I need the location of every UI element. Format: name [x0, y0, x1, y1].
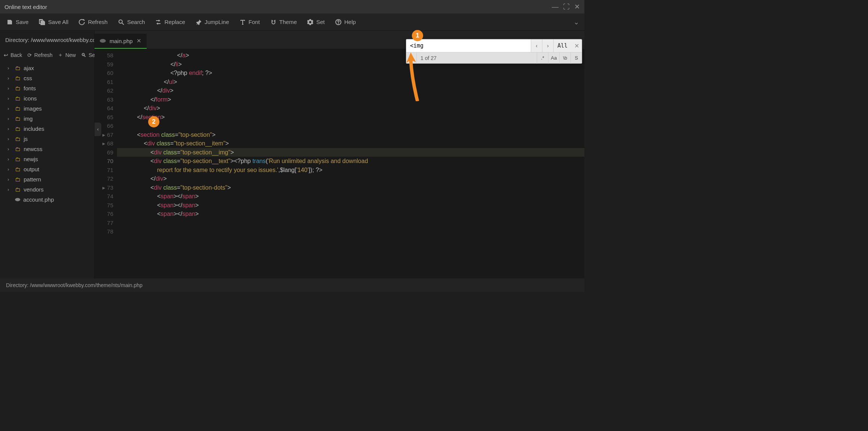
replace-button[interactable]: Replace — [150, 13, 190, 30]
save-button[interactable]: Save — [2, 13, 34, 30]
window-titlebar: Online text editor — ⛶ ✕ — [0, 0, 584, 13]
tree-item[interactable]: ›🗀img — [0, 114, 94, 124]
find-close-icon[interactable]: ✕ — [571, 39, 582, 52]
help-icon — [335, 19, 341, 25]
editor: main.php ✕ ‹ 585960616263646566▸ 67▸ 686… — [95, 31, 584, 278]
font-icon — [240, 19, 246, 25]
tree-item[interactable]: ›🗀newjs — [0, 154, 94, 164]
save-all-button[interactable]: Save All — [34, 13, 74, 30]
folder-icon: 🗀 — [15, 126, 21, 132]
find-option[interactable]: S — [571, 52, 582, 64]
search-icon — [118, 19, 124, 25]
tree-item[interactable]: ›🗀ajax — [0, 63, 94, 73]
folder-icon: 🗀 — [15, 166, 21, 172]
new-button[interactable]: ＋New — [58, 52, 76, 58]
tree-item[interactable]: ›🗀fonts — [0, 83, 94, 93]
folder-icon: 🗀 — [15, 85, 21, 91]
chevron-right-icon: › — [8, 146, 12, 152]
folder-icon: 🗀 — [15, 95, 21, 102]
php-file-icon — [15, 198, 20, 201]
annotation-badge-1: 1 — [412, 30, 423, 41]
chevron-right-icon: › — [8, 106, 12, 111]
svg-point-0 — [119, 20, 122, 23]
folder-icon: 🗀 — [15, 176, 21, 183]
find-prev-button[interactable]: ‹ — [531, 39, 542, 52]
close-icon[interactable]: ✕ — [574, 3, 580, 11]
find-next-button[interactable]: › — [542, 39, 553, 52]
theme-button[interactable]: Theme — [265, 13, 302, 30]
tree-item[interactable]: ›🗀css — [0, 73, 94, 83]
chevron-down-icon[interactable]: ⌄ — [574, 18, 579, 26]
tree-item[interactable]: ›🗀output — [0, 164, 94, 174]
find-option[interactable]: .* — [537, 52, 548, 64]
folder-icon: 🗀 — [15, 156, 21, 162]
folder-icon: 🗀 — [15, 105, 21, 112]
php-icon — [100, 39, 106, 43]
jumpline-button[interactable]: JumpLine — [191, 13, 234, 30]
back-button[interactable]: ↩Back — [4, 52, 22, 58]
folder-icon: 🗀 — [15, 115, 21, 122]
tree-item[interactable]: ›🗀js — [0, 134, 94, 144]
plus-icon: ＋ — [58, 52, 63, 58]
tab-label: main.php — [110, 38, 133, 44]
magnet-icon — [270, 19, 276, 25]
folder-icon: 🗀 — [15, 186, 21, 193]
find-input[interactable] — [406, 39, 531, 52]
tree-item[interactable]: ›🗀includes — [0, 124, 94, 134]
find-count: 1 of 27 — [417, 55, 537, 61]
find-panel: ‹ › All ✕ + 1 of 27 .*Aa\bS — [406, 39, 582, 64]
tab-main-php[interactable]: main.php ✕ — [95, 34, 147, 49]
chevron-right-icon: › — [8, 166, 12, 172]
line-numbers: 585960616263646566▸ 67▸ 6869707172▸ 7374… — [95, 49, 117, 278]
back-icon: ↩ — [4, 52, 8, 58]
set-button[interactable]: Set — [302, 13, 330, 30]
chevron-right-icon: › — [8, 187, 12, 192]
chevron-right-icon: › — [8, 126, 12, 132]
sidebar: Directory: /www/wwwroot/kwebby.com/th...… — [0, 31, 95, 278]
find-option[interactable]: \b — [559, 52, 571, 64]
font-button[interactable]: Font — [234, 13, 265, 30]
chevron-right-icon: › — [8, 75, 12, 81]
directory-path: Directory: /www/wwwroot/kwebby.com/th... — [0, 31, 94, 49]
minimize-icon[interactable]: — — [552, 3, 559, 11]
tree-item[interactable]: ›🗀icons — [0, 93, 94, 103]
chevron-right-icon: › — [8, 65, 12, 71]
refresh-icon — [79, 19, 85, 25]
folder-icon: 🗀 — [15, 75, 21, 81]
sidebar-refresh-button[interactable]: ⟳Refresh — [27, 52, 53, 58]
annotation-arrow — [406, 52, 429, 101]
tree-item[interactable]: account.php — [0, 195, 94, 205]
help-button[interactable]: Help — [330, 13, 361, 30]
folder-icon: 🗀 — [15, 65, 21, 71]
tree-item[interactable]: ›🗀images — [0, 103, 94, 114]
chevron-right-icon: › — [8, 85, 12, 91]
find-option[interactable]: Aa — [548, 52, 559, 64]
find-all-button[interactable]: All — [553, 39, 571, 52]
folder-icon: 🗀 — [15, 136, 21, 142]
toolbar: Save Save All Refresh Search Replace Jum… — [0, 13, 584, 31]
maximize-icon[interactable]: ⛶ — [563, 3, 570, 11]
svg-point-3 — [100, 39, 106, 43]
pin-icon — [196, 19, 202, 25]
tree-item[interactable]: ›🗀vendors — [0, 184, 94, 195]
collapse-sidebar-handle[interactable]: ‹ — [95, 123, 101, 136]
refresh-icon: ⟳ — [27, 52, 32, 58]
tab-close-icon[interactable]: ✕ — [137, 37, 141, 44]
replace-icon — [155, 19, 161, 25]
annotation-badge-2: 2 — [148, 116, 159, 127]
folder-icon: 🗀 — [15, 146, 21, 152]
svg-point-2 — [15, 198, 20, 201]
chevron-right-icon: › — [8, 136, 12, 142]
refresh-button[interactable]: Refresh — [74, 13, 113, 30]
code-content[interactable]: </a> </li> <?php endif; ?> </ul> </div> … — [117, 49, 584, 278]
save-icon — [7, 19, 13, 25]
search-button[interactable]: Search — [113, 13, 150, 30]
file-tree[interactable]: ›🗀ajax›🗀css›🗀fonts›🗀icons›🗀images›🗀img›🗀… — [0, 61, 94, 278]
window-title: Online text editor — [5, 4, 552, 10]
chevron-right-icon: › — [8, 116, 12, 121]
tree-item[interactable]: ›🗀pattern — [0, 174, 94, 184]
chevron-right-icon: › — [8, 177, 12, 182]
tree-item[interactable]: ›🗀newcss — [0, 144, 94, 154]
gear-icon — [307, 19, 313, 25]
chevron-right-icon: › — [8, 156, 12, 162]
